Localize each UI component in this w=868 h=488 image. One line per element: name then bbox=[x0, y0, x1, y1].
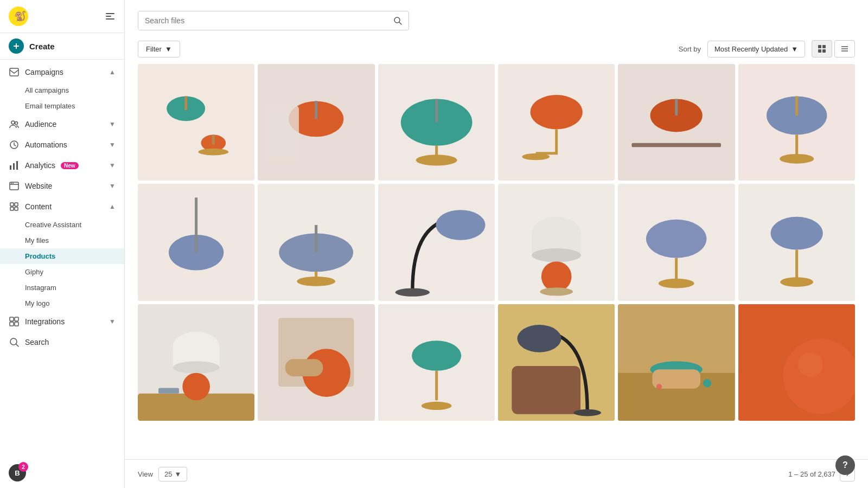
grid-item[interactable] bbox=[498, 64, 615, 181]
svg-rect-41 bbox=[212, 134, 215, 144]
grid-container bbox=[138, 64, 855, 421]
grid-item[interactable] bbox=[258, 64, 374, 181]
svg-point-84 bbox=[659, 279, 694, 288]
create-button[interactable]: Create bbox=[0, 33, 124, 60]
sidebar-item-content[interactable]: Content ▲ bbox=[0, 196, 124, 217]
svg-rect-58 bbox=[632, 143, 722, 147]
integrations-chevron: ▼ bbox=[109, 318, 116, 325]
content-submenu: Creative Assistant My files Products Gip… bbox=[0, 217, 124, 311]
grid-view-button[interactable] bbox=[812, 40, 832, 57]
sidebar-item-search[interactable]: Search bbox=[0, 332, 124, 352]
grid-item[interactable] bbox=[378, 304, 495, 421]
svg-point-80 bbox=[540, 288, 573, 296]
svg-rect-49 bbox=[435, 99, 438, 123]
grid-item[interactable] bbox=[258, 184, 374, 300]
sidebar-item-my-files[interactable]: My files bbox=[0, 233, 124, 248]
grid-item[interactable] bbox=[738, 184, 855, 300]
search-nav-label: Search bbox=[25, 338, 49, 346]
svg-rect-45 bbox=[315, 101, 317, 119]
grid-item[interactable] bbox=[498, 184, 615, 300]
svg-rect-57 bbox=[675, 99, 678, 115]
per-page-select[interactable]: 25 ▼ bbox=[158, 467, 187, 481]
campaigns-submenu: All campaigns Email templates bbox=[0, 82, 124, 114]
sidebar-item-instagram[interactable]: Instagram bbox=[0, 280, 124, 296]
svg-text:🐒: 🐒 bbox=[14, 10, 27, 22]
svg-rect-99 bbox=[285, 359, 323, 376]
integrations-label: Integrations bbox=[25, 317, 65, 326]
grid-item[interactable] bbox=[738, 304, 855, 421]
content-chevron: ▲ bbox=[109, 203, 116, 210]
svg-point-16 bbox=[11, 183, 12, 184]
svg-point-113 bbox=[656, 384, 662, 389]
sidebar-item-email-templates[interactable]: Email templates bbox=[0, 98, 124, 114]
svg-rect-19 bbox=[15, 203, 18, 206]
svg-rect-83 bbox=[675, 258, 678, 282]
svg-point-73 bbox=[436, 210, 485, 240]
grid-item[interactable] bbox=[618, 64, 735, 181]
grid-item[interactable] bbox=[498, 304, 615, 421]
grid-item[interactable] bbox=[378, 64, 495, 181]
sidebar-header: 🐒 bbox=[0, 0, 124, 33]
sidebar-item-audience[interactable]: Audience ▼ bbox=[0, 114, 124, 134]
sidebar-item-products[interactable]: Products bbox=[0, 248, 124, 264]
sort-select[interactable]: Most Recently Updated ▼ bbox=[707, 41, 805, 57]
list-view-button[interactable] bbox=[834, 40, 855, 57]
sort-chevron-icon: ▼ bbox=[791, 45, 798, 53]
svg-rect-18 bbox=[10, 203, 14, 206]
svg-point-8 bbox=[11, 121, 15, 124]
main-content: Filter ▼ Sort by Most Recently Updated ▼ bbox=[125, 0, 868, 488]
sidebar-item-analytics[interactable]: Analytics New ▼ bbox=[0, 155, 124, 176]
svg-line-29 bbox=[399, 22, 401, 24]
help-button[interactable]: ? bbox=[835, 455, 855, 475]
sidebar-item-integrations[interactable]: Integrations ▼ bbox=[0, 311, 124, 332]
grid-item[interactable] bbox=[258, 304, 374, 421]
svg-rect-12 bbox=[13, 163, 15, 170]
sidebar-item-giphy[interactable]: Giphy bbox=[0, 264, 124, 280]
grid-item[interactable] bbox=[738, 64, 855, 181]
grid-item[interactable] bbox=[138, 304, 254, 421]
svg-point-107 bbox=[573, 409, 601, 416]
filter-button[interactable]: Filter ▼ bbox=[138, 41, 180, 57]
sidebar-item-website[interactable]: Website ▼ bbox=[0, 176, 124, 196]
sidebar-item-my-logo[interactable]: My logo bbox=[0, 296, 124, 311]
user-avatar[interactable]: B 2 bbox=[9, 464, 26, 481]
svg-point-101 bbox=[412, 341, 461, 371]
sidebar-item-automations[interactable]: Automations ▼ bbox=[0, 134, 124, 155]
svg-rect-62 bbox=[795, 134, 798, 155]
website-chevron: ▼ bbox=[109, 182, 116, 190]
grid-item[interactable] bbox=[618, 304, 735, 421]
svg-point-9 bbox=[15, 122, 18, 125]
automations-label: Automations bbox=[25, 140, 67, 149]
toolbar bbox=[125, 0, 868, 36]
search-submit-button[interactable] bbox=[387, 12, 409, 29]
grid-item[interactable] bbox=[138, 64, 254, 181]
svg-point-106 bbox=[517, 325, 561, 352]
sidebar-toggle-icon[interactable] bbox=[105, 11, 116, 22]
svg-rect-69 bbox=[315, 225, 317, 253]
svg-rect-20 bbox=[10, 207, 14, 210]
campaigns-label: Campaigns bbox=[25, 68, 63, 76]
svg-rect-87 bbox=[795, 250, 798, 281]
svg-rect-31 bbox=[822, 45, 826, 48]
sort-label: Sort by bbox=[679, 45, 701, 53]
content-label: Content bbox=[25, 202, 52, 211]
campaigns-chevron: ▲ bbox=[109, 68, 116, 76]
sidebar-item-creative-assistant[interactable]: Creative Assistant bbox=[0, 217, 124, 233]
svg-rect-105 bbox=[512, 366, 580, 414]
mailchimp-logo[interactable]: 🐒 bbox=[9, 7, 28, 26]
svg-point-82 bbox=[646, 220, 706, 258]
sidebar-item-campaigns[interactable]: Campaigns ▲ bbox=[0, 62, 124, 82]
search-input[interactable] bbox=[138, 11, 387, 30]
svg-point-112 bbox=[703, 379, 711, 387]
svg-rect-61 bbox=[795, 97, 798, 115]
footer: View 25 ▼ 1 – 25 of 2,637 › bbox=[125, 459, 868, 488]
audience-label: Audience bbox=[25, 120, 56, 129]
grid-item[interactable] bbox=[378, 184, 495, 300]
svg-point-79 bbox=[541, 261, 572, 292]
svg-point-63 bbox=[780, 154, 814, 164]
svg-rect-39 bbox=[184, 97, 187, 110]
analytics-badge: New bbox=[61, 162, 79, 169]
sidebar-item-all-campaigns[interactable]: All campaigns bbox=[0, 82, 124, 98]
grid-item[interactable] bbox=[618, 184, 735, 300]
grid-item[interactable] bbox=[138, 184, 254, 300]
